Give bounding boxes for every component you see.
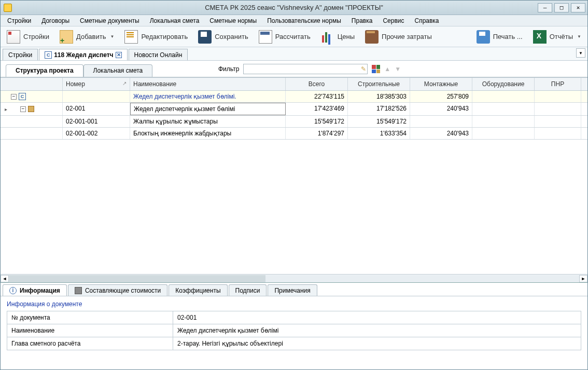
maximize-button[interactable]: □ xyxy=(554,3,569,12)
cell-equip xyxy=(472,91,535,102)
menu-dogovory[interactable]: Договоры xyxy=(37,16,74,25)
cell-pnr xyxy=(535,91,581,102)
bottom-tab-notes[interactable]: Примечания xyxy=(268,284,317,296)
cell-name: Жалпы құрылыс жұмыстары xyxy=(130,116,286,127)
document-tabs: Стройки С 118 Жедел диспетч ✕ Новости Он… xyxy=(1,47,587,61)
doctab-stroiki[interactable]: Стройки xyxy=(3,49,38,60)
dropdown-icon: ▼ xyxy=(110,34,114,39)
close-tab-icon[interactable]: ✕ xyxy=(116,52,122,58)
col-number[interactable]: Номер ↗ xyxy=(63,78,130,90)
toolbar-edit[interactable]: Редактировать xyxy=(121,28,191,46)
menu-stroiki[interactable]: Стройки xyxy=(3,16,36,25)
cell-number xyxy=(63,91,130,102)
cell-pnr xyxy=(535,128,581,139)
titlebar: СМЕТА РК 2025 сеанс "Vishnevsky A" домен… xyxy=(1,1,587,15)
toolbar-calc-label: Рассчитать xyxy=(275,33,311,40)
toolbar-calc[interactable]: Рассчитать xyxy=(256,28,314,46)
toolbar-prices[interactable]: Цены xyxy=(318,28,358,46)
menubar: Стройки Договоры Сметные документы Локал… xyxy=(1,15,587,26)
filter-input[interactable]: ✎ xyxy=(243,64,368,74)
tabs-dropdown[interactable]: ▼ xyxy=(576,48,585,58)
info-chapter-label: Глава сметного расчёта xyxy=(7,337,173,350)
house-icon xyxy=(28,106,34,112)
grid-header: Номер ↗ Наименование Всего Строительные … xyxy=(1,78,587,91)
app-icon xyxy=(4,4,12,12)
arrow-down-icon[interactable]: ▼ xyxy=(395,65,401,73)
scroll-left-icon[interactable]: ◄ xyxy=(1,275,9,282)
bottom-tab-coeff[interactable]: Коэффициенты xyxy=(169,284,227,296)
cell-equip xyxy=(472,116,535,127)
info-doc-no-value: 02-001 xyxy=(173,311,581,324)
collapse-icon[interactable]: − xyxy=(11,94,17,100)
document-c-icon: С xyxy=(45,51,52,59)
cell-total: 22'743'115 xyxy=(286,91,348,102)
menu-smetnye-dokumenty[interactable]: Сметные документы xyxy=(75,16,144,25)
grid-row-project[interactable]: − С Жедел диспетчерлік қызмет бөлімі. 22… xyxy=(1,91,587,103)
toolbar-add-label: Добавить xyxy=(76,33,106,40)
toolbar-save[interactable]: Сохранить xyxy=(195,28,251,46)
cell-equip xyxy=(472,128,535,139)
toolbar-stroiki[interactable]: Стройки xyxy=(4,28,52,46)
calculator-small-icon xyxy=(75,287,82,294)
bottom-tab-sign[interactable]: Подписи xyxy=(229,284,267,296)
arrow-up-icon[interactable]: ▲ xyxy=(384,65,390,73)
collapse-icon[interactable]: − xyxy=(20,106,26,112)
printer-icon xyxy=(477,30,490,44)
bottom-tab-label: Составляющие стоимости xyxy=(85,287,161,294)
menu-pravka[interactable]: Правка xyxy=(347,16,377,25)
toolbar-print[interactable]: Печать ... xyxy=(473,28,526,46)
horizontal-scrollbar[interactable]: ◄ ► xyxy=(1,274,587,282)
bottom-tab-info[interactable]: i Информация xyxy=(3,284,67,296)
c-badge-icon: С xyxy=(19,93,26,100)
doctab-label: Стройки xyxy=(8,51,32,59)
save-icon xyxy=(198,30,212,44)
doctab-118[interactable]: С 118 Жедел диспетч ✕ xyxy=(39,49,127,60)
toolbar: Стройки Добавить ▼ Редактировать Сохрани… xyxy=(1,26,587,47)
col-total[interactable]: Всего xyxy=(286,78,348,90)
col-mount[interactable]: Монтажные xyxy=(410,78,472,90)
menu-polz-normy[interactable]: Пользовательские нормы xyxy=(262,16,346,25)
cell-constr: 17'182'526 xyxy=(348,103,410,115)
cell-name: Жедел диспетчерлік қызмет бөлімі xyxy=(130,103,286,115)
toolbar-save-label: Сохранить xyxy=(215,33,248,40)
cell-constr: 15'549'172 xyxy=(348,116,410,127)
excel-icon xyxy=(533,30,547,44)
col-equip[interactable]: Оборудование xyxy=(472,78,535,90)
grid-row-section[interactable]: ▸ − 02-001 Жедел диспетчерлік қызмет бөл… xyxy=(1,103,587,116)
grid-color-icon[interactable] xyxy=(372,65,380,73)
cell-total: 17'423'469 xyxy=(286,103,348,115)
cell-number: 02-001-001 xyxy=(63,116,130,127)
cell-equip xyxy=(472,103,535,115)
toolbar-reports[interactable]: Отчёты ▼ xyxy=(530,28,584,46)
cell-constr: 1'633'354 xyxy=(348,128,410,139)
toolbar-add[interactable]: Добавить ▼ xyxy=(57,28,117,46)
col-pnr[interactable]: ПНР xyxy=(535,78,581,90)
doctab-news[interactable]: Новости Онлайн xyxy=(129,49,188,60)
cell-number: 02-001-002 xyxy=(63,128,130,139)
toolbar-other[interactable]: Прочие затраты xyxy=(362,28,435,46)
menu-lokalnaya-smeta[interactable]: Локальная смета xyxy=(145,16,204,25)
menu-servis[interactable]: Сервис xyxy=(378,16,409,25)
cell-mount xyxy=(410,116,472,127)
filter-label: Фильтр xyxy=(218,65,239,73)
grid-row-item[interactable]: 02-001-001 Жалпы құрылыс жұмыстары 15'54… xyxy=(1,116,587,128)
bottom-tab-components[interactable]: Составляющие стоимости xyxy=(68,284,167,296)
scroll-right-icon[interactable]: ► xyxy=(579,275,587,282)
cell-mount: 240'943 xyxy=(410,103,472,115)
info-name-label: Наименование xyxy=(7,324,173,337)
close-button[interactable]: ✕ xyxy=(571,3,585,12)
cell-name: Жедел диспетчерлік қызмет бөлімі. xyxy=(130,91,286,102)
bottom-tabs: i Информация Составляющие стоимости Коэф… xyxy=(1,283,587,296)
menu-smetnye-normy[interactable]: Сметные нормы xyxy=(205,16,261,25)
dropdown-icon: ▼ xyxy=(577,34,581,39)
info-panel: Информация о документе № документа 02-00… xyxy=(1,296,587,354)
edit-filter-icon[interactable]: ✎ xyxy=(361,65,366,73)
grid-row-item[interactable]: 02-001-002 Блоктың инженерлік жабдықтары… xyxy=(1,128,587,140)
col-constr[interactable]: Строительные xyxy=(348,78,410,90)
toolbar-print-label: Печать ... xyxy=(493,33,523,40)
menu-spravka[interactable]: Справка xyxy=(410,16,443,25)
section-tab-structure[interactable]: Структура проекта xyxy=(6,64,83,77)
section-tab-local[interactable]: Локальная смета xyxy=(83,64,153,77)
col-name[interactable]: Наименование xyxy=(130,78,286,90)
minimize-button[interactable]: — xyxy=(538,3,552,12)
